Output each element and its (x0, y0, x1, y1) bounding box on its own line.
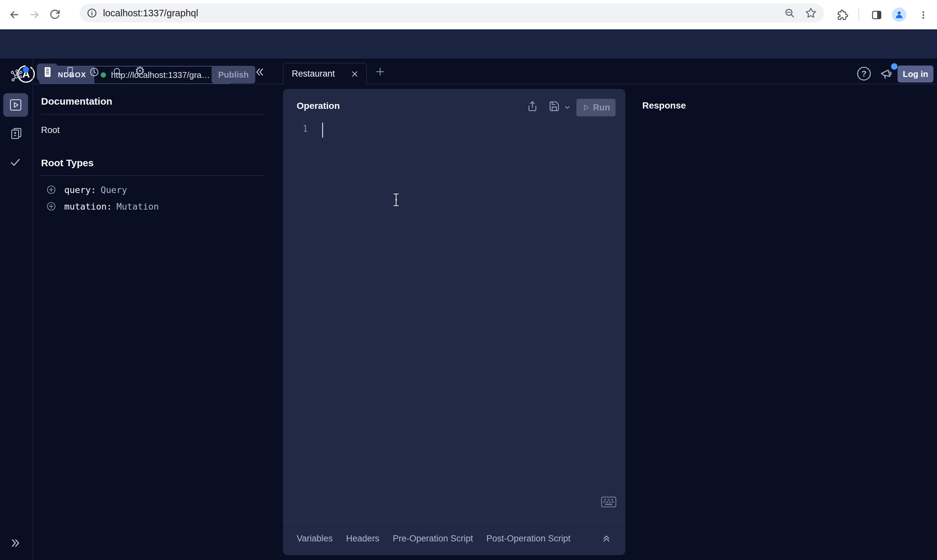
browser-reload-icon[interactable] (49, 9, 61, 20)
pre-operation-script-tab[interactable]: Pre-Operation Script (393, 534, 473, 544)
login-label: Log in (903, 69, 928, 79)
mutation-type-link[interactable]: Mutation (116, 202, 159, 212)
browser-menu-icon[interactable] (919, 9, 928, 20)
editor-line-number: 1 (299, 124, 308, 134)
doc-root-item[interactable]: Root (41, 125, 60, 135)
expand-bottom-panel-icon[interactable] (601, 532, 612, 543)
toolbar-divider (859, 8, 859, 21)
query-field-label: query: (64, 185, 96, 195)
ibeam-mouse-cursor (392, 193, 400, 207)
schema-notification-dot (23, 66, 29, 73)
extensions-icon[interactable] (837, 9, 848, 20)
announcements-notification-dot (891, 63, 897, 70)
bookmark-star-icon[interactable] (805, 7, 817, 19)
checks-icon[interactable] (9, 156, 22, 169)
operation-bottom-bar: Variables Headers Pre-Operation Script P… (283, 522, 625, 555)
saved-operations-bookmark-icon[interactable] (65, 66, 75, 78)
root-types-divider (41, 175, 264, 176)
root-type-row-mutation: mutation: Mutation (46, 201, 159, 212)
post-operation-script-tab[interactable]: Post-Operation Script (486, 534, 571, 544)
operation-tab-restaurant[interactable]: Restaurant (283, 63, 367, 85)
tab-label: Restaurant (292, 69, 350, 79)
mutation-field-label: mutation: (64, 202, 112, 212)
url-text: localhost:1337/graphql (103, 8, 774, 18)
close-tab-icon[interactable] (350, 69, 359, 78)
operation-panel: Operation Run (283, 89, 625, 555)
response-title: Response (642, 100, 686, 111)
expand-sidebar-icon[interactable] (9, 537, 22, 549)
search-icon[interactable] (112, 66, 123, 78)
add-mutation-field-icon[interactable] (46, 201, 56, 212)
explorer-play-icon[interactable] (9, 98, 22, 111)
run-play-icon (582, 104, 590, 111)
endpoint-url: http://localhost:1337/gra… (111, 70, 210, 80)
connection-status-dot (101, 72, 106, 78)
root-type-row-query: query: Query (46, 185, 127, 195)
zoom-out-icon[interactable] (784, 8, 795, 18)
new-tab-icon[interactable] (375, 67, 385, 77)
save-options-chevron-down-icon[interactable] (563, 103, 571, 111)
side-nav (0, 59, 33, 560)
keyboard-shortcuts-icon[interactable] (601, 497, 617, 508)
run-button[interactable]: Run (576, 99, 615, 116)
root-types-title: Root Types (41, 157, 94, 169)
doc-panel-title: Documentation (41, 96, 112, 107)
login-button[interactable]: Log in (897, 66, 933, 83)
profile-person-icon (894, 9, 905, 20)
side-panel-icon[interactable] (871, 9, 882, 20)
help-button[interactable]: ? (857, 67, 871, 80)
editor-caret (322, 123, 323, 138)
save-operation-icon[interactable] (549, 101, 560, 112)
publish-label: Publish (218, 70, 249, 80)
history-clock-icon[interactable] (88, 66, 100, 78)
help-glyph: ? (862, 69, 866, 79)
explorer-settings-gear-icon[interactable]: ⚙ (135, 65, 145, 77)
doc-divider (41, 114, 264, 114)
schema-graph-icon[interactable] (9, 69, 23, 83)
publish-button[interactable]: Publish (212, 66, 255, 83)
operation-title: Operation (297, 101, 340, 111)
documentation-icon[interactable] (42, 66, 53, 78)
browser-profile-avatar[interactable] (892, 8, 906, 22)
variables-tab[interactable]: Variables (297, 534, 333, 544)
site-info-icon[interactable] (87, 8, 97, 18)
browser-forward-icon[interactable] (29, 9, 40, 20)
operation-editor[interactable] (283, 206, 625, 516)
announcements-megaphone-icon[interactable] (879, 67, 893, 82)
run-label: Run (593, 103, 610, 113)
apollo-toolbar: A SANDBOX http://localhost:1337/gra… ⚙ P… (0, 29, 937, 59)
apollo-sandbox-app: localhost:1337/graphql A SANDBOX http://… (0, 0, 937, 560)
changelog-docs-icon[interactable] (10, 127, 23, 140)
browser-toolbar: localhost:1337/graphql (0, 0, 937, 29)
share-operation-icon[interactable] (527, 101, 538, 112)
address-bar[interactable]: localhost:1337/graphql (80, 4, 824, 23)
collapse-doc-panel-icon[interactable] (254, 66, 265, 78)
workspace-header-divider (33, 84, 937, 84)
query-type-link[interactable]: Query (101, 185, 127, 195)
browser-back-icon[interactable] (8, 9, 20, 20)
headers-tab[interactable]: Headers (346, 534, 380, 544)
add-query-field-icon[interactable] (46, 185, 56, 195)
